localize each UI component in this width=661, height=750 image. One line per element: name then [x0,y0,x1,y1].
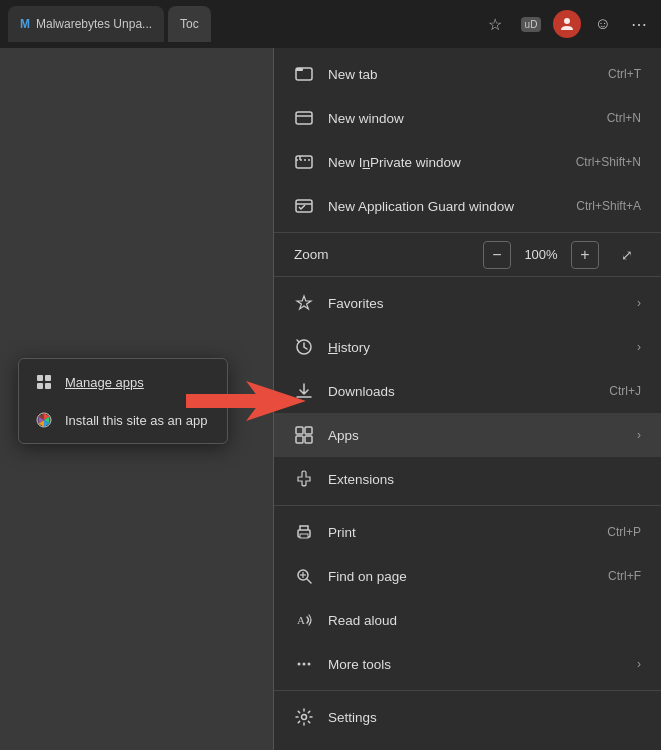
find-icon [294,566,314,586]
settings-section: Settings Help and feedback › [274,691,661,750]
svg-line-26 [307,579,311,583]
profile-avatar[interactable] [553,10,581,38]
more-menu-icon[interactable]: ⋯ [625,10,653,38]
extensions-icon [294,469,314,489]
history-icon [294,337,314,357]
new-guard-icon [294,196,314,216]
tools-section: Print Ctrl+P Find on page Ctrl+F [274,506,661,691]
find-on-page-shortcut: Ctrl+F [608,569,641,583]
read-aloud-item[interactable]: A Read aloud [274,598,661,642]
find-on-page-item[interactable]: Find on page Ctrl+F [274,554,661,598]
apps-label: Apps [328,428,615,443]
navigation-section: Favorites › History › [274,277,661,506]
zoom-value: 100% [521,247,561,262]
malwarebytes-favicon: M [20,17,30,31]
svg-rect-24 [300,534,308,538]
extensions-item[interactable]: Extensions [274,457,661,501]
ud-badge: uD [521,17,542,32]
extensions-label: Extensions [328,472,641,487]
favorites-label: Favorites [328,296,615,311]
print-item[interactable]: Print Ctrl+P [274,510,661,554]
new-window-icon [294,108,314,128]
svg-rect-21 [296,436,303,443]
browser-topbar: M Malwarebytes Unpa... Toc ☆ uD ☺ ⋯ [0,0,661,48]
svg-rect-12 [296,156,312,168]
new-inprivate-label: New InPrivate window [328,155,562,170]
new-guard-shortcut: Ctrl+Shift+A [576,199,641,213]
more-tools-icon [294,654,314,674]
print-icon [294,522,314,542]
settings-icon [294,707,314,727]
read-aloud-label: Read aloud [328,613,641,628]
apps-chevron: › [637,428,641,442]
grid-icon [35,373,53,391]
settings-item[interactable]: Settings [274,695,661,739]
new-tab-label: New tab [328,67,594,82]
svg-rect-7 [186,394,261,408]
zoom-label: Zoom [294,247,483,262]
svg-rect-10 [296,112,312,124]
avatar-svg [559,16,575,32]
toc-tab-label: Toc [180,17,199,31]
toc-tab[interactable]: Toc [168,6,211,42]
zoom-row: Zoom − 100% + ⤢ [274,233,661,277]
svg-rect-4 [45,383,51,389]
svg-point-31 [303,663,306,666]
downloads-label: Downloads [328,384,595,399]
new-window-item[interactable]: New window Ctrl+N [274,96,661,140]
svg-rect-3 [37,383,43,389]
emoji-icon[interactable]: ☺ [589,10,617,38]
colorwheel-icon [35,411,53,429]
new-inprivate-icon [294,152,314,172]
help-feedback-item[interactable]: Help and feedback › [274,739,661,750]
find-on-page-label: Find on page [328,569,594,584]
toolbar-icons: ☆ uD ☺ ⋯ [481,10,653,38]
new-guard-item[interactable]: New Application Guard window Ctrl+Shift+… [274,184,661,228]
downloads-item[interactable]: Downloads Ctrl+J [274,369,661,413]
main-content: Manage apps Install this site as an app [0,48,661,750]
svg-rect-20 [305,427,312,434]
favorites-chevron: › [637,296,641,310]
svg-rect-2 [45,375,51,381]
new-inprivate-item[interactable]: New InPrivate window Ctrl+Shift+N [274,140,661,184]
malwarebytes-tab[interactable]: M Malwarebytes Unpa... [8,6,164,42]
malwarebytes-tab-label: Malwarebytes Unpa... [36,17,152,31]
red-arrow-indicator [186,376,306,430]
new-window-label: New window [328,111,593,126]
new-windows-section: New tab Ctrl+T New window Ctrl+N [274,48,661,233]
print-shortcut: Ctrl+P [607,525,641,539]
history-chevron: › [637,340,641,354]
print-label: Print [328,525,593,540]
more-tools-item[interactable]: More tools › [274,642,661,686]
favorites-star-icon[interactable]: ☆ [481,10,509,38]
ud-icon[interactable]: uD [517,10,545,38]
svg-text:A: A [297,614,305,626]
new-guard-label: New Application Guard window [328,199,562,214]
zoom-out-button[interactable]: − [483,241,511,269]
apps-item[interactable]: Apps › [274,413,661,457]
more-tools-chevron: › [637,657,641,671]
svg-point-30 [298,663,301,666]
svg-rect-1 [37,375,43,381]
favorites-icon [294,293,314,313]
new-tab-item[interactable]: New tab Ctrl+T [274,52,661,96]
read-aloud-icon: A [294,610,314,630]
more-tools-label: More tools [328,657,615,672]
zoom-in-button[interactable]: + [571,241,599,269]
favorites-item[interactable]: Favorites › [274,281,661,325]
history-label: History [328,340,615,355]
svg-point-33 [302,715,307,720]
new-tab-icon [294,64,314,84]
new-tab-shortcut: Ctrl+T [608,67,641,81]
svg-rect-9 [296,68,303,71]
zoom-controls: − 100% + ⤢ [483,241,641,269]
svg-point-0 [564,18,570,24]
svg-rect-22 [305,436,312,443]
zoom-expand-button[interactable]: ⤢ [613,241,641,269]
new-inprivate-shortcut: Ctrl+Shift+N [576,155,641,169]
settings-label: Settings [328,710,641,725]
downloads-shortcut: Ctrl+J [609,384,641,398]
new-window-shortcut: Ctrl+N [607,111,641,125]
history-item[interactable]: History › [274,325,661,369]
svg-point-32 [308,663,311,666]
